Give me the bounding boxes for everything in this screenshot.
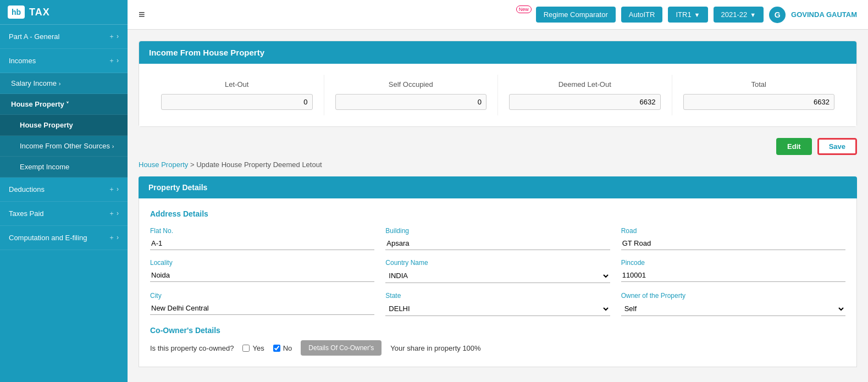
- let-out-card: Let-Out: [150, 75, 324, 115]
- breadcrumb-link[interactable]: House Property: [139, 160, 188, 169]
- sidebar-item-salary[interactable]: Salary Income ›: [0, 73, 128, 94]
- co-owner-no-checkbox[interactable]: [273, 345, 280, 352]
- flat-no-label: Flat No.: [150, 227, 374, 235]
- new-badge: New: [516, 5, 532, 13]
- country-select[interactable]: INDIA: [385, 269, 610, 283]
- owner-field: Owner of the Property Self: [621, 292, 845, 316]
- breadcrumb: House Property > Update House Property D…: [139, 160, 857, 169]
- self-occupied-input[interactable]: [335, 94, 487, 110]
- self-occupied-label: Self Occupied: [335, 80, 487, 88]
- plus-icon: ＋ ›: [108, 32, 119, 41]
- sidebar-item-taxes-paid[interactable]: Taxes Paid ＋ ›: [0, 202, 128, 226]
- sidebar-item-label: House Property: [20, 121, 73, 129]
- sidebar-item-income-other-sources[interactable]: Income From Other Sources ›: [0, 136, 128, 157]
- sidebar-item-label: Salary Income: [11, 79, 57, 87]
- sidebar-item-label: Exempt Income: [20, 163, 69, 171]
- income-house-property-section: Income From House Property Let-Out Self …: [139, 41, 857, 127]
- pincode-input[interactable]: [621, 269, 845, 282]
- plus-icon: ＋ ›: [108, 209, 119, 218]
- deemed-let-out-label: Deemed Let-Out: [509, 80, 661, 88]
- sidebar-item-house-property[interactable]: House Property ˅: [0, 94, 128, 115]
- sidebar-item-computation[interactable]: Computation and E-filing ＋ ›: [0, 226, 128, 250]
- plus-icon: ＋ ›: [108, 185, 119, 194]
- year-button[interactable]: 2021-22 ▼: [714, 7, 764, 23]
- co-owner-yes-text: Yes: [252, 344, 264, 352]
- sidebar-house-sub: House Property Income From Other Sources…: [0, 115, 128, 178]
- co-owner-yes-checkbox[interactable]: [242, 345, 250, 352]
- locality-field: Locality: [150, 259, 374, 283]
- plus-icon: ＋ ›: [108, 233, 119, 242]
- income-section-header: Income From House Property: [139, 41, 856, 64]
- co-owner-details-button[interactable]: Details Of Co-Owner's: [301, 340, 382, 356]
- logo-hb: hb: [8, 5, 25, 19]
- city-field: City: [150, 292, 374, 316]
- arrow-down-icon: ˅: [66, 101, 69, 108]
- hamburger-icon[interactable]: ≡: [139, 8, 145, 21]
- building-label: Building: [385, 227, 610, 235]
- sidebar-item-deductions[interactable]: Deductions ＋ ›: [0, 178, 128, 202]
- road-field: Road: [621, 227, 845, 250]
- actions-row: Edit Save: [139, 138, 857, 155]
- plus-icon: ＋ ›: [108, 56, 119, 65]
- co-owner-no-text: No: [283, 344, 292, 352]
- arrow-icon: ›: [59, 80, 61, 87]
- sidebar-item-incomes[interactable]: Incomes ＋ ›: [0, 49, 128, 73]
- sidebar-item-house-property-sub[interactable]: House Property: [0, 115, 128, 136]
- user-avatar: G: [769, 7, 786, 23]
- flat-no-input[interactable]: [150, 237, 374, 250]
- building-field: Building: [385, 227, 610, 250]
- itr1-button[interactable]: ITR1 ▼: [668, 7, 707, 23]
- property-section-body: Address Details Flat No. Building Road: [139, 198, 857, 367]
- logo-tax: TAX: [29, 7, 50, 18]
- self-occupied-card: Self Occupied: [324, 75, 499, 115]
- year-label: 2021-22: [721, 10, 748, 19]
- sidebar-item-label: Part A - General: [9, 32, 60, 41]
- income-section-title: Income From House Property: [149, 48, 264, 57]
- share-text: Your share in property 100%: [390, 344, 480, 352]
- navbar: ≡ New Regime Comparator AutoITR ITR1 ▼ 2…: [128, 0, 868, 30]
- auto-itr-button[interactable]: AutoITR: [621, 7, 663, 23]
- state-label: State: [385, 292, 610, 300]
- property-details-section: Property Details Address Details Flat No…: [139, 176, 857, 367]
- country-field: Country Name INDIA: [385, 259, 610, 283]
- city-label: City: [150, 292, 374, 300]
- itr1-label: ITR1: [676, 10, 691, 19]
- property-section-title: Property Details: [148, 183, 207, 192]
- building-input[interactable]: [385, 237, 610, 250]
- sidebar-item-label: Computation and E-filing: [9, 234, 87, 242]
- sidebar-item-exempt-income[interactable]: Exempt Income: [0, 157, 128, 178]
- sidebar-item-label: Deductions: [9, 185, 45, 193]
- total-card: Total: [672, 75, 846, 115]
- sidebar-sub-incomes: Salary Income › House Property ˅ House P…: [0, 73, 128, 178]
- let-out-input[interactable]: [161, 94, 313, 110]
- pincode-label: Pincode: [621, 259, 845, 267]
- income-cards-container: Let-Out Self Occupied Deemed Let-Out Tot…: [139, 64, 856, 126]
- total-input[interactable]: [683, 94, 835, 110]
- co-owner-question: Is this property co-owned?: [150, 344, 234, 352]
- arrow-icon: ›: [112, 143, 114, 150]
- content-area: Income From House Property Let-Out Self …: [128, 30, 868, 382]
- co-owner-no-label[interactable]: No: [273, 344, 292, 352]
- sidebar-item-label: Income From Other Sources: [20, 142, 110, 150]
- total-label: Total: [683, 80, 835, 88]
- country-label: Country Name: [385, 259, 610, 267]
- sidebar-item-part-a[interactable]: Part A - General ＋ ›: [0, 25, 128, 49]
- regime-comparator-button[interactable]: Regime Comparator: [536, 7, 616, 23]
- city-input[interactable]: [150, 302, 374, 315]
- deemed-let-out-input[interactable]: [509, 94, 661, 110]
- sidebar-logo: hb TAX: [0, 0, 128, 25]
- save-button[interactable]: Save: [817, 138, 857, 155]
- locality-label: Locality: [150, 259, 374, 267]
- locality-input[interactable]: [150, 269, 374, 282]
- sidebar-item-label: House Property: [11, 100, 64, 108]
- user-name: GOVINDA GAUTAM: [791, 10, 857, 19]
- edit-button[interactable]: Edit: [776, 138, 812, 155]
- state-select[interactable]: DELHI: [385, 302, 610, 316]
- owner-select[interactable]: Self: [621, 302, 845, 316]
- pincode-field: Pincode: [621, 259, 845, 283]
- co-owner-yes-label[interactable]: Yes: [242, 344, 264, 352]
- road-input[interactable]: [621, 237, 845, 250]
- sidebar-item-label: Taxes Paid: [9, 209, 44, 218]
- sidebar-item-label: Incomes: [9, 57, 36, 65]
- deemed-let-out-card: Deemed Let-Out: [498, 75, 672, 115]
